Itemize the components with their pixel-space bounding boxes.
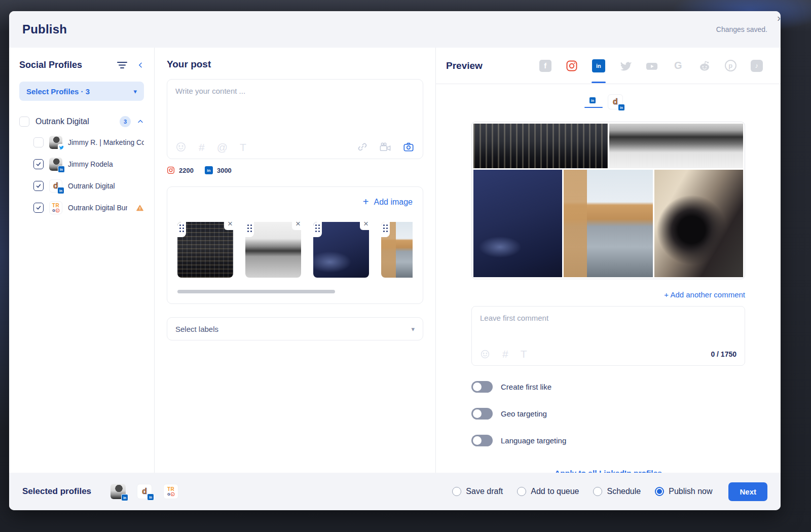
post-composer: # @ T — [167, 79, 423, 159]
profile-checkbox[interactable] — [33, 203, 44, 213]
remove-image-icon[interactable]: × — [224, 218, 236, 230]
remove-image-icon[interactable]: × — [292, 218, 304, 230]
labels-placeholder: Select labels — [175, 325, 218, 333]
emoji-icon[interactable] — [480, 349, 490, 359]
image-thumbnail[interactable]: × — [245, 222, 301, 279]
labels-select[interactable]: Select labels ▾ — [167, 317, 423, 340]
chevron-up-icon[interactable] — [137, 119, 144, 125]
thumbnails-scrollbar[interactable] — [177, 290, 413, 293]
preview-profile-tab[interactable]: d in — [608, 94, 623, 109]
remove-image-icon[interactable]: × — [360, 218, 372, 230]
drag-handle-icon[interactable] — [313, 222, 322, 237]
network-tabs: f in G p ♪ — [539, 59, 763, 72]
selected-profile-avatar: d in — [137, 484, 152, 499]
geo-targeting-toggle[interactable] — [471, 408, 493, 420]
radio-selected-icon[interactable] — [655, 487, 664, 496]
youtube-icon[interactable] — [646, 60, 658, 72]
video-icon[interactable] — [379, 141, 391, 153]
image-thumbnail[interactable]: × — [177, 222, 233, 279]
image-thumbnails: × × × — [177, 218, 413, 279]
preview-image-zurich — [564, 170, 652, 277]
emoji-icon[interactable] — [175, 141, 187, 153]
profile-row[interactable]: d in Outrank Digital — [33, 179, 144, 193]
next-button[interactable]: Next — [728, 482, 767, 501]
google-icon[interactable]: G — [672, 60, 684, 72]
reddit-icon[interactable] — [698, 60, 711, 72]
image-thumbnail[interactable]: × — [313, 222, 369, 279]
group-count-badge: 3 — [120, 116, 131, 127]
create-first-like-toggle[interactable] — [471, 381, 493, 393]
linkedin-badge-icon: in — [589, 97, 596, 104]
schedule-option[interactable]: Schedule — [593, 487, 641, 496]
add-to-queue-option[interactable]: Add to queue — [517, 487, 579, 496]
add-another-comment-button[interactable]: + Add another comment — [664, 290, 745, 299]
drag-handle-icon[interactable] — [245, 222, 254, 237]
camera-icon[interactable] — [402, 141, 415, 153]
link-icon[interactable] — [357, 141, 368, 153]
linkedin-badge-icon: in — [618, 104, 625, 111]
add-image-button[interactable]: + Add image — [363, 196, 413, 208]
modal-header: Publish Changes saved. › — [9, 11, 781, 48]
profile-checkbox[interactable] — [33, 137, 44, 147]
trgo-logo: TR G — [49, 201, 62, 214]
linkedin-badge-icon: in — [58, 166, 65, 173]
linkedin-icon: in — [205, 166, 213, 174]
drag-handle-icon[interactable] — [381, 222, 390, 237]
toggle-row: Create first like — [471, 381, 745, 393]
toggle-label: Language targeting — [501, 436, 566, 445]
profile-name: Outrank Digital — [68, 182, 115, 190]
twitter-icon[interactable] — [619, 60, 632, 72]
profile-checkbox[interactable] — [33, 159, 44, 169]
scrollbar-thumb[interactable] — [177, 290, 335, 293]
add-comment-label: Add another comment — [670, 290, 745, 299]
profile-checkbox[interactable] — [33, 181, 44, 191]
filter-icon[interactable] — [117, 61, 127, 69]
preview-image-camera — [654, 170, 743, 277]
attachments-card: + Add image × × — [167, 186, 423, 304]
twitter-badge-icon — [58, 144, 65, 151]
text-format-icon[interactable]: T — [521, 349, 527, 359]
profile-row[interactable]: in Jimmy Rodela — [33, 158, 144, 171]
preview-panel: Preview f in G — [436, 48, 781, 473]
linkedin-icon[interactable]: in — [592, 59, 605, 72]
social-profiles-panel: Social Profiles Select Profiles · 3 ▾ Ou… — [9, 48, 155, 473]
radio-icon[interactable] — [593, 487, 602, 496]
social-profiles-title: Social Profiles — [19, 60, 117, 70]
facebook-icon[interactable]: f — [539, 60, 551, 72]
language-targeting-toggle[interactable] — [471, 435, 493, 446]
profile-row[interactable]: Jimmy R. | Marketing Co... — [33, 136, 144, 149]
profile-row[interactable]: TR G Outrank Digital Burner — [33, 201, 144, 214]
instagram-icon — [167, 166, 175, 174]
collapse-sidebar-icon[interactable] — [137, 61, 144, 69]
plus-icon: + — [664, 290, 669, 299]
tiktok-icon[interactable]: ♪ — [751, 60, 763, 72]
mention-icon[interactable]: @ — [217, 142, 228, 153]
linkedin-badge-icon: in — [121, 494, 128, 501]
profile-group-row[interactable]: Outrank Digital 3 — [19, 116, 144, 127]
autosave-status: Changes saved. — [716, 25, 767, 33]
publish-now-option[interactable]: Publish now — [655, 487, 712, 496]
post-content-input[interactable] — [167, 80, 423, 133]
apply-all-linkedin-link[interactable]: Apply to all LinkedIn profiles — [471, 469, 745, 473]
pinterest-icon[interactable]: p — [725, 60, 736, 71]
preview-title: Preview — [446, 60, 483, 71]
profile-name: Jimmy R. | Marketing Co... — [68, 138, 144, 146]
image-thumbnail[interactable] — [381, 222, 413, 279]
select-profiles-dropdown[interactable]: Select Profiles · 3 ▾ — [19, 82, 144, 101]
drag-handle-icon[interactable] — [177, 222, 186, 237]
publish-modal: Publish Changes saved. › Social Profiles… — [9, 11, 781, 510]
hashtag-icon[interactable]: # — [502, 349, 508, 359]
radio-icon[interactable] — [517, 487, 526, 496]
select-profiles-label: Select Profiles · 3 — [26, 87, 90, 96]
add-image-label: Add image — [374, 198, 413, 207]
chevron-right-icon[interactable]: › — [777, 12, 781, 24]
group-checkbox[interactable] — [19, 117, 29, 127]
preview-header: Preview f in G — [436, 48, 781, 84]
radio-icon[interactable] — [452, 487, 461, 496]
instagram-icon[interactable] — [566, 60, 578, 72]
text-format-icon[interactable]: T — [240, 142, 246, 153]
profile-name: Jimmy Rodela — [68, 160, 113, 168]
save-draft-option[interactable]: Save draft — [452, 487, 503, 496]
hashtag-icon[interactable]: # — [199, 142, 205, 153]
first-comment-input[interactable] — [472, 307, 745, 338]
